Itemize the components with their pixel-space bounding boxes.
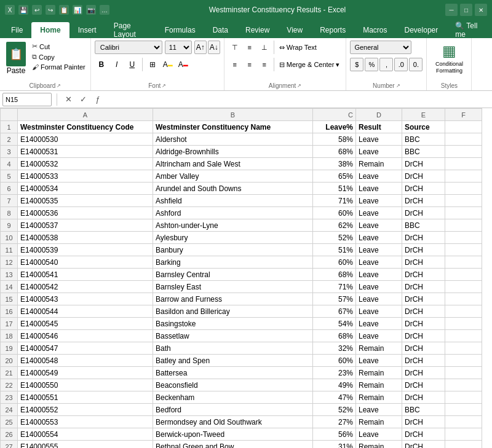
currency-button[interactable]: $ [350, 58, 363, 71]
cell-d17[interactable]: Leave [356, 318, 402, 330]
cell-c6[interactable]: 51% [313, 183, 356, 195]
cell-b25[interactable]: Bermondsey and Old Southwark [153, 416, 313, 428]
cell-c18[interactable]: 68% [313, 330, 356, 342]
cell-f25[interactable] [445, 416, 482, 428]
align-left-button[interactable]: ≡ [228, 58, 242, 71]
formula-input[interactable] [106, 93, 490, 106]
cell-a26[interactable]: E14000554 [18, 428, 153, 441]
cell-b21[interactable]: Battersea [153, 367, 313, 379]
number-expand-icon[interactable]: ↗ [396, 83, 400, 88]
cell-a24[interactable]: E14000552 [18, 404, 153, 416]
cell-c24[interactable]: 52% [313, 404, 356, 416]
cell-c1[interactable]: Leave% [313, 121, 356, 133]
cell-f9[interactable] [445, 219, 482, 232]
cell-b11[interactable]: Banbury [153, 244, 313, 256]
spreadsheet-container[interactable]: A B C D E F 1 Westminster Constituency C… [0, 108, 492, 448]
cell-d1[interactable]: Result [356, 121, 402, 133]
cell-e15[interactable]: DrCH [402, 293, 445, 305]
cell-d6[interactable]: Leave [356, 183, 402, 195]
name-box[interactable]: N15 [2, 93, 52, 106]
cell-e4[interactable]: DrCH [402, 158, 445, 170]
italic-button[interactable]: I [110, 58, 124, 71]
cell-f1[interactable] [445, 121, 482, 133]
cell-b24[interactable]: Bedford [153, 404, 313, 416]
cell-a5[interactable]: E14000533 [18, 170, 153, 183]
cell-b18[interactable]: Bassetlaw [153, 330, 313, 342]
cell-a18[interactable]: E14000546 [18, 330, 153, 342]
tab-home[interactable]: Home [31, 22, 69, 38]
save-icon[interactable]: 💾 [18, 5, 28, 15]
cell-c9[interactable]: 62% [313, 219, 356, 232]
cell-b3[interactable]: Aldridge-Brownhills [153, 146, 313, 158]
col-header-f[interactable]: F [445, 109, 482, 121]
copy-button[interactable]: ⧉ Copy [31, 52, 87, 61]
cell-a22[interactable]: E14000550 [18, 379, 153, 391]
cell-d24[interactable]: Leave [356, 404, 402, 416]
cell-d4[interactable]: Remain [356, 158, 402, 170]
tab-formulas[interactable]: Formulas [156, 22, 204, 38]
cell-d5[interactable]: Leave [356, 170, 402, 183]
cell-e8[interactable]: DrCH [402, 207, 445, 219]
paste-button[interactable]: 📋 Paste [4, 41, 28, 76]
fill-color-button[interactable]: A▬ [161, 58, 175, 71]
cell-c25[interactable]: 27% [313, 416, 356, 428]
cell-c4[interactable]: 38% [313, 158, 356, 170]
tab-macros[interactable]: Macros [354, 22, 395, 38]
cell-d26[interactable]: Leave [356, 428, 402, 441]
cell-c19[interactable]: 32% [313, 342, 356, 355]
tab-developer[interactable]: Developer [396, 22, 447, 38]
tab-tell-me[interactable]: 🔍 Tell me [446, 22, 492, 38]
clipboard-expand-icon[interactable]: ↗ [57, 83, 61, 88]
cell-b6[interactable]: Arundel and South Downs [153, 183, 313, 195]
cell-f17[interactable] [445, 318, 482, 330]
alignment-expand-icon[interactable]: ↗ [297, 83, 301, 88]
undo-icon[interactable]: ↩ [32, 5, 42, 15]
cell-c26[interactable]: 56% [313, 428, 356, 441]
cell-c14[interactable]: 71% [313, 281, 356, 293]
cell-d3[interactable]: Leave [356, 146, 402, 158]
cell-b2[interactable]: Aldershot [153, 133, 313, 146]
cell-b19[interactable]: Bath [153, 342, 313, 355]
comma-button[interactable]: , [379, 58, 393, 71]
cell-f19[interactable] [445, 342, 482, 355]
decrease-font-button[interactable]: A↓ [208, 41, 220, 54]
cell-f8[interactable] [445, 207, 482, 219]
cell-f10[interactable] [445, 232, 482, 244]
cell-f6[interactable] [445, 183, 482, 195]
cell-c17[interactable]: 54% [313, 318, 356, 330]
align-top-button[interactable]: ⊤ [228, 41, 242, 54]
font-size-select[interactable]: 11 89101214 [165, 41, 192, 54]
align-bottom-button[interactable]: ⊥ [258, 41, 271, 54]
cell-e1[interactable]: Source [402, 121, 445, 133]
font-expand-icon[interactable]: ↗ [162, 83, 166, 88]
underline-button[interactable]: U [125, 58, 139, 71]
border-button[interactable]: ⊞ [146, 58, 159, 71]
cell-f26[interactable] [445, 428, 482, 441]
cell-c22[interactable]: 49% [313, 379, 356, 391]
cell-c27[interactable]: 31% [313, 441, 356, 449]
cell-e2[interactable]: BBC [402, 133, 445, 146]
align-center-button[interactable]: ≡ [243, 58, 256, 71]
cell-d13[interactable]: Leave [356, 269, 402, 281]
cancel-formula-icon[interactable]: ✕ [62, 95, 74, 104]
cell-d2[interactable]: Leave [356, 133, 402, 146]
cell-d12[interactable]: Leave [356, 256, 402, 269]
cell-f5[interactable] [445, 170, 482, 183]
cell-a20[interactable]: E14000548 [18, 355, 153, 367]
cell-b27[interactable]: Bethnal Green and Bow [153, 441, 313, 449]
cell-a19[interactable]: E14000547 [18, 342, 153, 355]
cell-b17[interactable]: Basingstoke [153, 318, 313, 330]
tab-view[interactable]: View [278, 22, 311, 38]
cell-b22[interactable]: Beaconsfield [153, 379, 313, 391]
cell-e17[interactable]: DrCH [402, 318, 445, 330]
cell-e6[interactable]: DrCH [402, 183, 445, 195]
cell-d16[interactable]: Leave [356, 305, 402, 318]
cell-a21[interactable]: E14000549 [18, 367, 153, 379]
tab-reports[interactable]: Reports [311, 22, 354, 38]
increase-font-button[interactable]: A↑ [194, 41, 207, 54]
cell-a10[interactable]: E14000538 [18, 232, 153, 244]
cell-c23[interactable]: 47% [313, 391, 356, 404]
format-painter-button[interactable]: 🖌 Format Painter [31, 63, 87, 71]
align-middle-button[interactable]: ≡ [243, 41, 256, 54]
cell-b15[interactable]: Barrow and Furness [153, 293, 313, 305]
